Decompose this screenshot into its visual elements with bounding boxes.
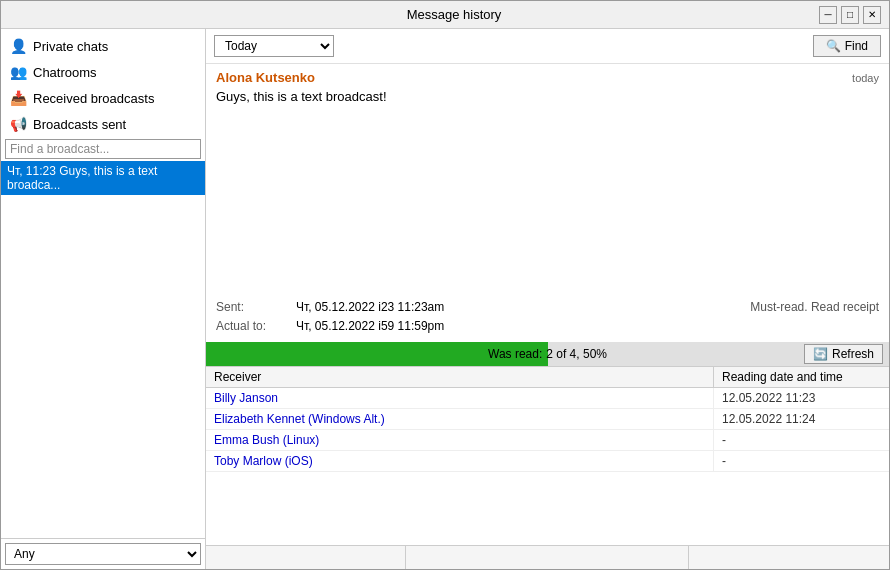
read-table: Receiver Reading date and time Billy Jan… (206, 366, 889, 545)
cell-receiver: Toby Marlow (iOS) (206, 451, 714, 471)
refresh-button[interactable]: 🔄 Refresh (804, 344, 883, 364)
sidebar-item-chatrooms-label: Chatrooms (33, 65, 97, 80)
meta-actual-row: Actual to: Чт, 05.12.2022 і59 11:59pm (216, 317, 879, 336)
find-button[interactable]: 🔍 Find (813, 35, 881, 57)
message-spacer (206, 114, 889, 292)
cell-date: - (714, 430, 889, 450)
sidebar-item-received-broadcasts[interactable]: 📥 Received broadcasts (1, 85, 205, 111)
status-segment-3 (689, 546, 889, 569)
sidebar-nav: 👤 Private chats 👥 Chatrooms 📥 Received b… (1, 29, 205, 538)
status-bar (206, 545, 889, 569)
sidebar-item-private-chats[interactable]: 👤 Private chats (1, 33, 205, 59)
find-icon: 🔍 (826, 39, 841, 53)
cell-receiver: Emma Bush (Linux) (206, 430, 714, 450)
status-segment-1 (206, 546, 406, 569)
chatrooms-icon: 👥 (9, 63, 27, 81)
date-filter-dropdown[interactable]: Today Yesterday Last 7 days Last 30 days… (214, 35, 334, 57)
meta-sent-row: Sent: Чт, 05.12.2022 і23 11:23am Must-re… (216, 298, 879, 317)
cell-receiver: Elizabeth Kennet (Windows Alt.) (206, 409, 714, 429)
sent-label: Sent: (216, 298, 276, 317)
cell-date: 12.05.2022 11:23 (714, 388, 889, 408)
content-area: 👤 Private chats 👥 Chatrooms 📥 Received b… (1, 29, 889, 569)
cell-date: - (714, 451, 889, 471)
main-window: Message history ─ □ ✕ 👤 Private chats 👥 … (0, 0, 890, 570)
minimize-button[interactable]: ─ (819, 6, 837, 24)
sidebar-item-broadcasts-sent-label: Broadcasts sent (33, 117, 126, 132)
message-date-label: today (852, 72, 879, 84)
cell-date: 12.05.2022 11:24 (714, 409, 889, 429)
table-row[interactable]: Toby Marlow (iOS)- (206, 451, 889, 472)
sidebar-item-chatrooms[interactable]: 👥 Chatrooms (1, 59, 205, 85)
was-read-label: Was read: (488, 347, 542, 361)
sidebar-item-broadcasts-sent[interactable]: 📢 Broadcasts sent (1, 111, 205, 137)
broadcasts-sent-icon: 📢 (9, 115, 27, 133)
table-row[interactable]: Emma Bush (Linux)- (206, 430, 889, 451)
status-segment-2 (406, 546, 689, 569)
sent-value: Чт, 05.12.2022 і23 11:23am (296, 298, 444, 317)
message-view: Alona Kutsenko today Guys, this is a tex… (206, 64, 889, 545)
received-broadcasts-icon: 📥 (9, 89, 27, 107)
message-text: Guys, this is a text broadcast! (206, 87, 889, 114)
sidebar-item-received-broadcasts-label: Received broadcasts (33, 91, 154, 106)
broadcast-search-placeholder: Find a broadcast... (10, 142, 109, 156)
col-receiver-header: Receiver (206, 367, 714, 387)
sidebar-bottom: Any (1, 538, 205, 569)
main-panel: Today Yesterday Last 7 days Last 30 days… (206, 29, 889, 569)
table-body: Billy Janson12.05.2022 11:23Elizabeth Ke… (206, 388, 889, 545)
read-progress-container: Was read: 2 of 4, 50% 🔄 Refresh (206, 342, 889, 366)
table-row[interactable]: Billy Janson12.05.2022 11:23 (206, 388, 889, 409)
cell-receiver: Billy Janson (206, 388, 714, 408)
find-label: Find (845, 39, 868, 53)
message-meta: Sent: Чт, 05.12.2022 і23 11:23am Must-re… (206, 292, 889, 342)
actual-value: Чт, 05.12.2022 і59 11:59pm (296, 317, 444, 336)
sidebar: 👤 Private chats 👥 Chatrooms 📥 Received b… (1, 29, 206, 569)
window-title: Message history (89, 7, 819, 22)
read-progress-label: Was read: 2 of 4, 50% (206, 342, 889, 366)
sender-name: Alona Kutsenko (216, 70, 315, 85)
window-controls: ─ □ ✕ (819, 6, 881, 24)
table-header: Receiver Reading date and time (206, 367, 889, 388)
broadcast-item-label: Чт, 11:23 Guys, this is a text broadcа..… (7, 164, 157, 192)
message-header: Alona Kutsenko today (206, 64, 889, 87)
col-date-header: Reading date and time (714, 367, 889, 387)
title-bar: Message history ─ □ ✕ (1, 1, 889, 29)
must-read-label: Must-read. Read receipt (750, 298, 879, 317)
refresh-label: Refresh (832, 347, 874, 361)
private-chats-icon: 👤 (9, 37, 27, 55)
was-read-value: 2 of 4, 50% (546, 347, 607, 361)
broadcast-search[interactable]: Find a broadcast... (5, 139, 201, 159)
table-row[interactable]: Elizabeth Kennet (Windows Alt.)12.05.202… (206, 409, 889, 430)
main-toolbar: Today Yesterday Last 7 days Last 30 days… (206, 29, 889, 64)
broadcast-list-item[interactable]: Чт, 11:23 Guys, this is a text broadcа..… (1, 161, 205, 195)
sidebar-filter-dropdown[interactable]: Any (5, 543, 201, 565)
sidebar-item-private-chats-label: Private chats (33, 39, 108, 54)
maximize-button[interactable]: □ (841, 6, 859, 24)
actual-label: Actual to: (216, 317, 276, 336)
close-button[interactable]: ✕ (863, 6, 881, 24)
refresh-icon: 🔄 (813, 347, 828, 361)
